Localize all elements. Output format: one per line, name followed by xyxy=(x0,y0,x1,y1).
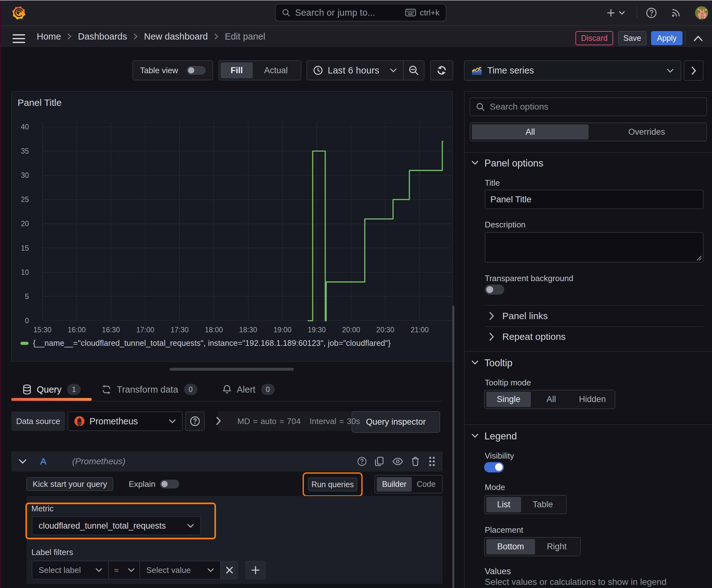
svg-text:20:00: 20:00 xyxy=(342,326,360,334)
svg-text:20: 20 xyxy=(21,219,29,228)
svg-text:0: 0 xyxy=(25,317,29,325)
svg-text:17:30: 17:30 xyxy=(170,326,189,334)
svg-text:15: 15 xyxy=(21,244,29,252)
svg-text:20:30: 20:30 xyxy=(376,326,395,334)
svg-text:16:00: 16:00 xyxy=(67,326,86,334)
svg-text:10: 10 xyxy=(21,268,29,276)
svg-text:15:30: 15:30 xyxy=(33,326,51,334)
svg-text:40: 40 xyxy=(21,123,29,131)
svg-text:30: 30 xyxy=(21,171,29,180)
svg-text:16:30: 16:30 xyxy=(102,326,120,334)
svg-text:5: 5 xyxy=(25,292,29,300)
svg-text:17:00: 17:00 xyxy=(136,326,154,334)
svg-text:21:00: 21:00 xyxy=(411,326,429,334)
svg-text:19:30: 19:30 xyxy=(308,326,326,334)
svg-text:19:00: 19:00 xyxy=(274,326,292,334)
svg-text:25: 25 xyxy=(21,195,29,204)
svg-text:18:30: 18:30 xyxy=(239,326,257,334)
svg-text:18:00: 18:00 xyxy=(205,326,223,334)
svg-text:35: 35 xyxy=(21,147,29,155)
